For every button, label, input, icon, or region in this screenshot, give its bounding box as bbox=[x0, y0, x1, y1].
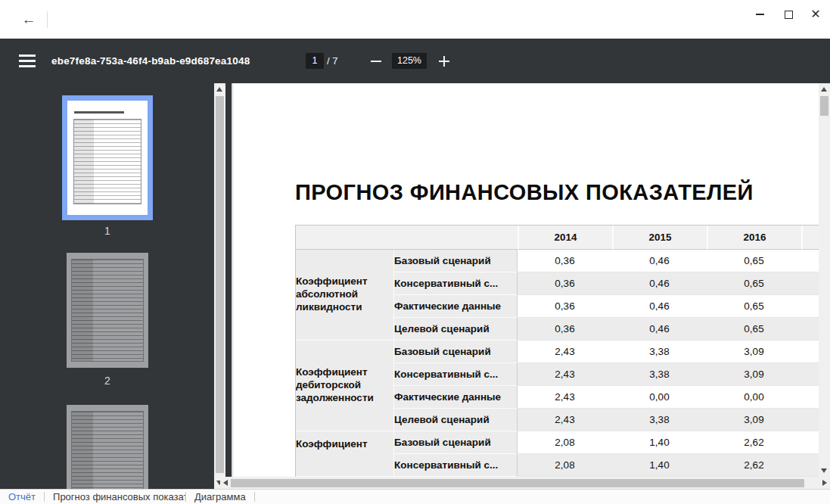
window-maximize-button[interactable] bbox=[777, 3, 800, 26]
value-cell: 2,43 bbox=[518, 386, 612, 409]
document-heading: ПРОГНОЗ ФИНАНСОВЫХ ПОКАЗАТЕЛЕЙ bbox=[295, 180, 754, 205]
scenario-cell: Базовый сценарий bbox=[394, 250, 518, 272]
forecast-table: 201420152016 Коэффициент абсолютной ликв… bbox=[295, 225, 819, 477]
horizontal-scrollbar-thumb[interactable] bbox=[231, 479, 804, 487]
back-icon[interactable]: ← bbox=[20, 11, 38, 29]
value-cell: 2,62 bbox=[707, 431, 801, 454]
table-header-row: 201420152016 bbox=[296, 226, 819, 250]
maximize-icon bbox=[785, 11, 793, 19]
value-cell: 0,36 bbox=[518, 295, 612, 318]
zoom-out-button[interactable] bbox=[368, 53, 384, 69]
indicator-group-cell: Коэффициент дебиторской задолженности bbox=[296, 341, 394, 431]
page-thumbnail-2[interactable] bbox=[67, 253, 148, 368]
value-cell: 1,40 bbox=[612, 431, 707, 454]
value-cell: 0,46 bbox=[612, 295, 707, 318]
pdf-toolbar: ebe7fe8a-753a-46f4-b9ab-e9d687ea1048 1 /… bbox=[0, 39, 830, 83]
value-cell: 0,46 bbox=[612, 272, 707, 295]
year-column-header: 2015 bbox=[612, 226, 707, 250]
thumbnail-page-number: 2 bbox=[62, 375, 153, 387]
value-cell: 2,62 bbox=[707, 454, 801, 477]
scroll-right-icon[interactable] bbox=[822, 480, 827, 486]
value-cell: 0,65 bbox=[707, 318, 801, 341]
scroll-up-icon[interactable] bbox=[216, 87, 222, 92]
value-cell: 0,00 bbox=[612, 386, 707, 409]
page-thumbnail-1-selected[interactable] bbox=[62, 95, 153, 220]
close-icon: ✕ bbox=[810, 9, 820, 20]
value-cell-clipped bbox=[801, 431, 819, 454]
viewer-content: 1 2 ПРОГНОЗ ФИНАНСОВЫХ ПОКАЗАТЕЛЕЙ bbox=[0, 83, 830, 489]
value-cell: 0,36 bbox=[518, 250, 612, 272]
titlebar-divider bbox=[47, 11, 48, 28]
indicator-group-cell: Коэффициент абсолютной ликвидности bbox=[296, 250, 394, 341]
sheet-tab-inactive[interactable]: Диаграмма bbox=[186, 490, 254, 504]
thumbnail-table-sketch bbox=[71, 259, 144, 362]
sidebar-scrollbar-thumb[interactable] bbox=[216, 96, 224, 473]
year-column-header: 2014 bbox=[518, 226, 612, 250]
scenario-cell: Целевой сценарий bbox=[394, 409, 518, 431]
scenario-cell: Целевой сценарий bbox=[394, 318, 518, 341]
value-cell: 0,36 bbox=[518, 272, 612, 295]
page-vertical-scrollbar[interactable] bbox=[819, 83, 830, 477]
scenario-cell: Фактические данные bbox=[394, 386, 518, 409]
page-number-input[interactable]: 1 bbox=[306, 53, 324, 69]
value-cell: 3,09 bbox=[707, 409, 801, 431]
value-cell-clipped bbox=[801, 363, 819, 386]
year-column-header-clipped bbox=[801, 226, 819, 250]
value-cell: 0,65 bbox=[707, 250, 801, 272]
value-cell: 2,43 bbox=[518, 341, 612, 363]
scroll-up-icon[interactable] bbox=[821, 87, 827, 92]
scenario-cell: Фактические данные bbox=[394, 295, 518, 318]
sheet-tab-active[interactable]: Отчёт bbox=[0, 490, 44, 504]
scroll-left-icon[interactable] bbox=[223, 480, 228, 486]
scenario-cell: Консервативный с... bbox=[394, 454, 518, 477]
thumbnail-title-line bbox=[74, 111, 124, 114]
value-cell-clipped bbox=[801, 250, 819, 272]
page-horizontal-scrollbar[interactable] bbox=[220, 477, 830, 489]
zoom-level-value[interactable]: 125% bbox=[392, 53, 427, 69]
scenario-cell: Консервативный с... bbox=[394, 272, 518, 295]
value-cell-clipped bbox=[801, 272, 819, 295]
thumbnail-table-sketch bbox=[73, 119, 141, 204]
window-titlebar: ← ✕ bbox=[0, 0, 830, 39]
table-row: Коэффициент абсолютной ликвидностиБазовы… bbox=[296, 250, 819, 272]
indicator-group-cell: Коэффициент bbox=[296, 431, 394, 477]
value-cell-clipped bbox=[801, 409, 819, 431]
value-cell: 0,00 bbox=[707, 386, 801, 409]
scenario-cell: Базовый сценарий bbox=[394, 431, 518, 454]
value-cell: 2,08 bbox=[518, 454, 612, 477]
table-header-empty bbox=[296, 226, 518, 250]
sheet-tab-bar: ОтчётПрогноз финансовых показателеДиагра… bbox=[0, 489, 830, 504]
thumbnail-sidebar: 1 2 bbox=[0, 83, 232, 489]
value-cell: 2,43 bbox=[518, 363, 612, 386]
menu-icon[interactable] bbox=[19, 54, 36, 67]
zoom-in-button[interactable] bbox=[437, 53, 452, 69]
table-row: Коэффициент дебиторской задолженностиБаз… bbox=[296, 341, 819, 363]
page-thumbnail-3[interactable] bbox=[67, 405, 148, 489]
value-cell: 3,38 bbox=[612, 409, 707, 431]
value-cell: 3,09 bbox=[707, 363, 801, 386]
value-cell: 2,43 bbox=[518, 409, 612, 431]
value-cell: 0,65 bbox=[707, 272, 801, 295]
year-column-header: 2016 bbox=[707, 226, 801, 250]
document-filename: ebe7fe8a-753a-46f4-b9ab-e9d687ea1048 bbox=[51, 39, 250, 83]
sheet-tab-inactive[interactable]: Прогноз финансовых показателе bbox=[45, 490, 185, 504]
value-cell: 3,38 bbox=[612, 363, 707, 386]
value-cell-clipped bbox=[801, 318, 819, 341]
window-close-button[interactable]: ✕ bbox=[804, 3, 827, 26]
sidebar-scrollbar[interactable] bbox=[214, 83, 225, 489]
value-cell: 0,65 bbox=[707, 295, 801, 318]
value-cell-clipped bbox=[801, 295, 819, 318]
value-cell: 0,46 bbox=[612, 318, 707, 341]
value-cell: 0,36 bbox=[518, 318, 612, 341]
value-cell: 3,38 bbox=[612, 341, 707, 363]
vertical-scrollbar-thumb[interactable] bbox=[820, 96, 828, 116]
value-cell-clipped bbox=[801, 341, 819, 363]
table-row: КоэффициентБазовый сценарий2,081,402,62 bbox=[296, 431, 819, 454]
value-cell-clipped bbox=[801, 454, 819, 477]
thumbnail-table-sketch bbox=[71, 411, 144, 489]
value-cell: 3,09 bbox=[707, 341, 801, 363]
scroll-down-icon[interactable] bbox=[821, 468, 827, 473]
window-minimize-button[interactable] bbox=[748, 3, 771, 26]
minimize-icon bbox=[756, 14, 764, 15]
thumbnail-page-number: 1 bbox=[62, 225, 153, 237]
